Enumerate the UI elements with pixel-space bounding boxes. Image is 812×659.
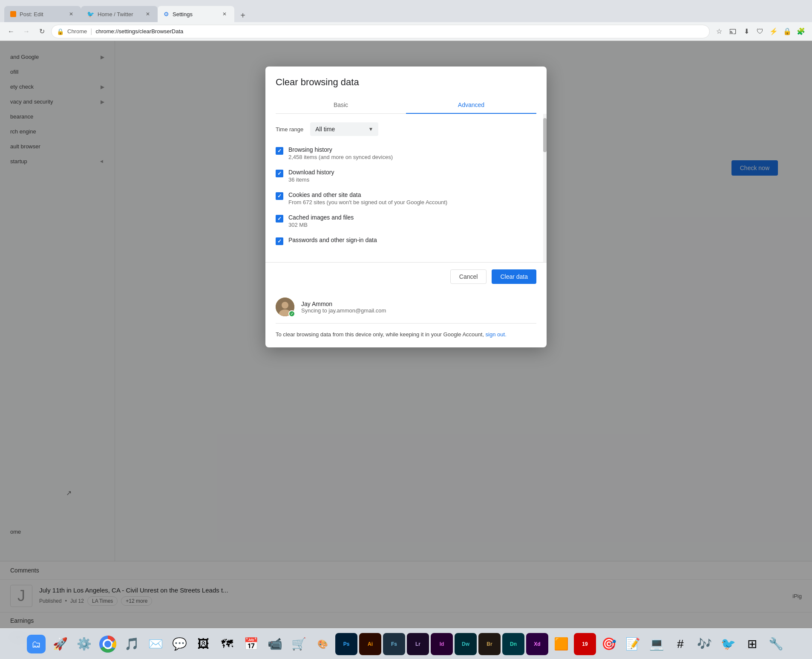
footer-note-section: To clear browsing data from this device … xyxy=(265,324,547,347)
dock-maps-icon[interactable]: 🗺 xyxy=(216,633,238,655)
address-box[interactable]: 🔒 Chrome | chrome://settings/clearBrowse… xyxy=(51,25,710,38)
checkbox-browsing-history-input[interactable]: ✓ xyxy=(276,147,283,155)
dock-ps-icon[interactable]: Ps xyxy=(335,633,357,655)
address-text: chrome://settings/clearBrowserData xyxy=(95,28,183,35)
bookmark-star-button[interactable]: ☆ xyxy=(713,26,725,38)
time-range-value: All time xyxy=(315,126,335,133)
forward-button[interactable]: → xyxy=(20,26,32,38)
dock-spotify-icon[interactable]: 🎶 xyxy=(693,633,715,655)
avatar-container: ✓ xyxy=(276,298,294,316)
modal-body[interactable]: Time range All time ▼ ✓ Browsing history xyxy=(265,114,547,262)
time-range-label: Time range xyxy=(276,126,303,133)
download-history-sublabel: 36 items xyxy=(288,176,536,183)
dock-red2-icon[interactable]: 🎯 xyxy=(598,633,620,655)
modal-title: Clear browsing data xyxy=(276,77,536,88)
checkbox-download-history-content: Download history 36 items xyxy=(288,169,536,183)
page-content: and Google ▶ ofill ety check ▶ vacy and … xyxy=(0,41,812,659)
checkbox-cookies-content: Cookies and other site data From 672 sit… xyxy=(288,191,536,205)
tab-advanced[interactable]: Advanced xyxy=(406,96,536,113)
checkbox-cookies: ✓ Cookies and other site data From 672 s… xyxy=(276,191,536,205)
clear-browsing-data-modal: Clear browsing data Basic Advanced xyxy=(265,66,547,347)
dock-messages-icon[interactable]: 💬 xyxy=(168,633,190,655)
scroll-thumb[interactable] xyxy=(543,118,547,152)
dock-dn-icon[interactable]: Dn xyxy=(502,633,524,655)
reload-button[interactable]: ↻ xyxy=(36,26,48,38)
checkbox-cookies-input[interactable]: ✓ xyxy=(276,192,283,200)
passwords-label: Passwords and other sign-in data xyxy=(288,237,536,243)
tab-basic[interactable]: Basic xyxy=(276,96,406,113)
checkbox-passwords-input[interactable]: ✓ xyxy=(276,237,283,245)
clear-data-button[interactable]: Clear data xyxy=(492,269,536,284)
checkbox-cached-images-input[interactable]: ✓ xyxy=(276,215,283,223)
modal-overlay: Clear browsing data Basic Advanced xyxy=(0,41,812,659)
modal-header: Clear browsing data Basic Advanced xyxy=(265,66,547,114)
cast-button[interactable] xyxy=(727,26,739,38)
dock-fs-icon[interactable]: Fs xyxy=(383,633,405,655)
dock-sysprefs-icon[interactable]: ⚙️ xyxy=(73,633,95,655)
dock-launchpad-icon[interactable]: 🚀 xyxy=(49,633,71,655)
browsing-history-sublabel: 2,458 items (and more on synced devices) xyxy=(288,154,536,160)
svg-point-1 xyxy=(282,302,288,309)
modal-footer-buttons: Cancel Clear data xyxy=(265,262,547,291)
dock-lr-icon[interactable]: Lr xyxy=(407,633,429,655)
tab-post-edit-close[interactable]: ✕ xyxy=(67,10,75,18)
sign-out-link[interactable]: sign out. xyxy=(486,331,507,338)
dock-colorful1-icon[interactable]: 🎨 xyxy=(311,633,334,655)
download-button[interactable]: ⬇ xyxy=(740,26,752,38)
sync-check-icon: ✓ xyxy=(291,312,294,316)
checkbox-download-history-input[interactable]: ✓ xyxy=(276,170,283,177)
tab-post-edit[interactable]: Post: Edit ✕ xyxy=(4,6,81,22)
dock-ai-icon[interactable]: Ai xyxy=(359,633,381,655)
dock-br-icon[interactable]: Br xyxy=(478,633,501,655)
dock-calendar-icon[interactable]: 📅 xyxy=(240,633,262,655)
tab-settings-close[interactable]: ✕ xyxy=(221,10,228,18)
dock-mail-icon[interactable]: ✉️ xyxy=(144,633,167,655)
footer-note-text: To clear browsing data from this device … xyxy=(276,331,484,338)
back-button[interactable]: ← xyxy=(5,26,17,38)
lightning-button[interactable]: ⚡ xyxy=(768,26,780,38)
checkmark-icon: ✓ xyxy=(277,216,282,222)
shield-button[interactable]: 🛡 xyxy=(754,26,766,38)
dock-id-icon[interactable]: Id xyxy=(431,633,453,655)
dock-discord-icon[interactable]: 💻 xyxy=(645,633,668,655)
checkmark-icon: ✓ xyxy=(277,193,282,199)
chrome-label: Chrome xyxy=(67,28,87,35)
checkmark-icon: ✓ xyxy=(277,171,282,176)
tab-twitter-close[interactable]: ✕ xyxy=(144,10,152,18)
time-range-select[interactable]: All time ▼ xyxy=(310,122,378,136)
tab-twitter[interactable]: 🐦 Home / Twitter ✕ xyxy=(81,6,158,22)
dock-grid-icon[interactable]: ⊞ xyxy=(741,633,763,655)
dock-appstore-icon[interactable]: 🛒 xyxy=(288,633,310,655)
sync-badge: ✓ xyxy=(288,310,295,317)
dock-finder-icon[interactable]: 🗂 xyxy=(25,633,47,655)
scrollbar[interactable] xyxy=(543,114,547,262)
dock-chrome-icon[interactable] xyxy=(97,633,119,655)
security-icon: 🔒 xyxy=(57,28,64,35)
dock-bar: 🗂 🚀 ⚙️ 🎵 ✉️ 💬 🖼 🗺 📅 📹 🛒 🎨 Ps Ai Fs Lr Id… xyxy=(0,628,812,659)
dock-num-icon[interactable]: 19 xyxy=(574,633,596,655)
dock-photos-icon[interactable]: 🖼 xyxy=(192,633,214,655)
tab-settings-title: Settings xyxy=(173,11,217,17)
dock-twitter-app-icon[interactable]: 🐦 xyxy=(717,633,739,655)
dock-dw-icon[interactable]: Dw xyxy=(455,633,477,655)
account-info: Jay Ammon Syncing to jay.ammon@gmail.com xyxy=(301,301,536,314)
dock-facetime-icon[interactable]: 📹 xyxy=(264,633,286,655)
dock-notes-icon[interactable]: 📝 xyxy=(622,633,644,655)
cancel-button[interactable]: Cancel xyxy=(450,269,487,284)
dock-slack-icon[interactable]: # xyxy=(669,633,691,655)
cookies-sublabel: From 672 sites (you won't be signed out … xyxy=(288,199,536,205)
checkbox-cached-images: ✓ Cached images and files 302 MB xyxy=(276,214,536,228)
dock-settings-icon[interactable]: 🔧 xyxy=(765,633,787,655)
extensions-button[interactable]: 🧩 xyxy=(795,26,807,38)
address-bar: ← → ↻ 🔒 Chrome | chrome://settings/clear… xyxy=(0,22,812,41)
new-tab-button[interactable]: + xyxy=(236,9,250,22)
tab-settings[interactable]: ⚙ Settings ✕ xyxy=(158,6,234,22)
checkbox-cached-images-content: Cached images and files 302 MB xyxy=(288,214,536,228)
checkbox-passwords-content: Passwords and other sign-in data xyxy=(288,237,536,243)
dock-orange-icon[interactable]: 🟧 xyxy=(550,633,572,655)
footer-note: To clear browsing data from this device … xyxy=(276,330,536,339)
lock-red-button[interactable]: 🔒 xyxy=(781,26,793,38)
dock-music-icon[interactable]: 🎵 xyxy=(121,633,143,655)
dock-xd-icon[interactable]: Xd xyxy=(526,633,548,655)
toolbar-icons: ☆ ⬇ 🛡 ⚡ 🔒 🧩 xyxy=(713,26,807,38)
